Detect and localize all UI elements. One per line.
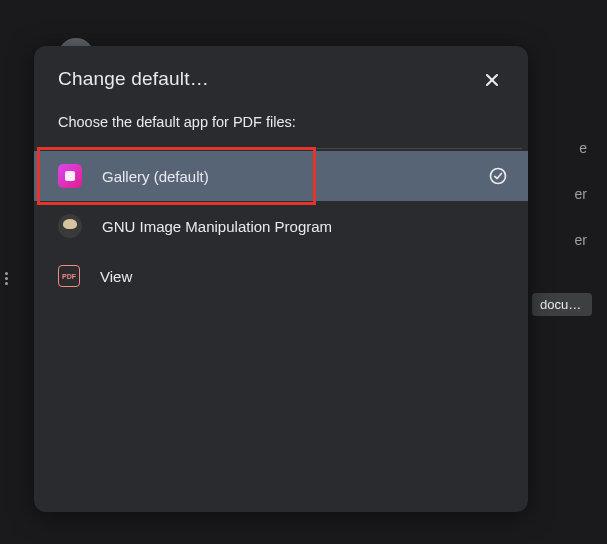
app-list: Gallery (default) GNU Image Manipulation… bbox=[34, 149, 528, 301]
change-default-dialog: Change default… Choose the default app f… bbox=[34, 46, 528, 512]
drag-handle-icon[interactable] bbox=[5, 272, 8, 285]
dialog-subtitle: Choose the default app for PDF files: bbox=[34, 114, 528, 148]
bg-text: er bbox=[527, 232, 607, 248]
app-label: GNU Image Manipulation Program bbox=[102, 218, 508, 235]
app-label: Gallery (default) bbox=[102, 168, 488, 185]
app-label: View bbox=[100, 268, 508, 285]
app-item-gallery[interactable]: Gallery (default) bbox=[34, 151, 528, 201]
app-item-gimp[interactable]: GNU Image Manipulation Program bbox=[34, 201, 528, 251]
gimp-icon bbox=[58, 214, 82, 238]
gallery-icon bbox=[58, 164, 82, 188]
svg-point-2 bbox=[491, 169, 506, 184]
check-circle-icon bbox=[488, 166, 508, 186]
pdf-view-icon: PDF bbox=[58, 265, 80, 287]
bg-tooltip: docum… bbox=[532, 293, 592, 316]
close-icon bbox=[482, 70, 502, 90]
close-button[interactable] bbox=[480, 68, 504, 96]
dialog-header: Change default… bbox=[34, 46, 528, 114]
bg-text: e bbox=[527, 140, 607, 156]
bg-text: er bbox=[527, 186, 607, 202]
dialog-title: Change default… bbox=[58, 68, 209, 90]
background-content: e er er bbox=[527, 100, 607, 248]
app-item-view[interactable]: PDF View bbox=[34, 251, 528, 301]
